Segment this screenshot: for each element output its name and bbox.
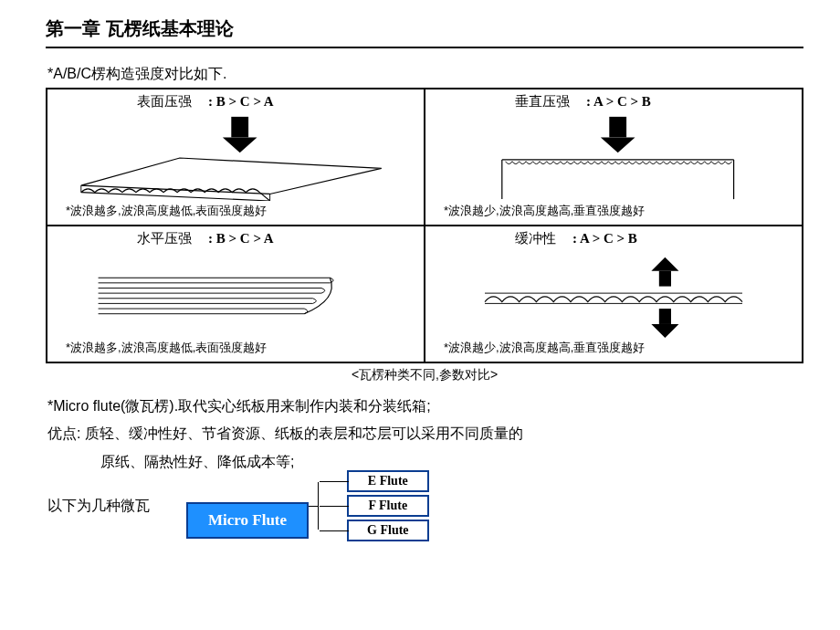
cell-vertical-pressure: 垂直压强 : A > C > B *波浪越少,波浪高度越高,垂直强度越好 xyxy=(425,89,803,226)
vertical-pressure-diagram xyxy=(425,115,802,201)
cell-note: *波浪越多,波浪高度越低,表面强度越好 xyxy=(66,340,267,356)
svg-rect-0 xyxy=(231,117,248,138)
svg-marker-2 xyxy=(81,158,382,194)
svg-marker-7 xyxy=(601,137,635,152)
grid-caption: <瓦楞种类不同,参数对比> xyxy=(46,367,803,383)
flute-type-g: G Flute xyxy=(347,520,429,541)
horizontal-pressure-diagram xyxy=(47,252,424,338)
cell-horizontal-pressure: 水平压强 : B > C > A *波浪越多,波浪高度越低,表面强度越好 xyxy=(47,226,425,362)
cell-rank: : B > C > A xyxy=(208,94,274,110)
svg-rect-13 xyxy=(659,271,671,287)
svg-rect-16 xyxy=(659,309,671,324)
connector-line xyxy=(320,506,349,507)
micro-flute-advantages-1: 优点: 质轻、缓冲性好、节省资源、纸板的表层和芯层可以采用不同质量的 xyxy=(47,420,803,447)
micro-flute-box: Micro Flute xyxy=(186,502,309,539)
svg-line-5 xyxy=(81,193,270,201)
cell-rank: : A > C > B xyxy=(586,94,651,110)
micro-types-intro: 以下为几种微瓦 xyxy=(46,497,150,516)
cell-note: *波浪越少,波浪高度越高,垂直强度越好 xyxy=(444,340,645,356)
comparison-subtitle: *A/B/C楞构造强度对比如下. xyxy=(46,65,803,84)
comparison-grid: 表面压强 : B > C > A xyxy=(46,88,803,363)
cell-surface-pressure: 表面压强 : B > C > A xyxy=(47,89,425,226)
cell-label: 缓冲性 xyxy=(515,230,556,247)
svg-rect-6 xyxy=(609,117,626,138)
cell-cushioning: 缓冲性 : A > C > B xyxy=(425,226,803,362)
cell-note: *波浪越多,波浪高度越低,表面强度越好 xyxy=(66,203,267,219)
flute-types-column: E Flute F Flute G Flute xyxy=(347,470,429,541)
connector-line xyxy=(320,481,349,482)
cell-label: 垂直压强 xyxy=(515,93,570,110)
micro-flute-intro: *Micro flute(微瓦楞).取代实心纸板用来制作内装和分装纸箱; xyxy=(47,393,803,420)
svg-marker-1 xyxy=(223,137,257,152)
flute-type-e: E Flute xyxy=(347,470,429,492)
cell-note: *波浪越少,波浪高度越高,垂直强度越好 xyxy=(444,203,645,219)
connector-line xyxy=(320,530,349,531)
svg-marker-12 xyxy=(651,257,678,271)
connector-root xyxy=(309,506,318,507)
flute-type-f: F Flute xyxy=(347,495,429,517)
svg-marker-17 xyxy=(651,324,678,338)
cell-rank: : B > C > A xyxy=(208,231,274,247)
cell-label: 表面压强 xyxy=(137,93,192,110)
cushioning-diagram xyxy=(425,252,802,338)
chapter-title: 第一章 瓦楞纸基本理论 xyxy=(46,16,803,48)
surface-pressure-diagram xyxy=(47,115,424,201)
cell-label: 水平压强 xyxy=(137,230,192,247)
connector-trunk xyxy=(318,482,319,530)
cell-rank: : A > C > B xyxy=(572,231,637,247)
